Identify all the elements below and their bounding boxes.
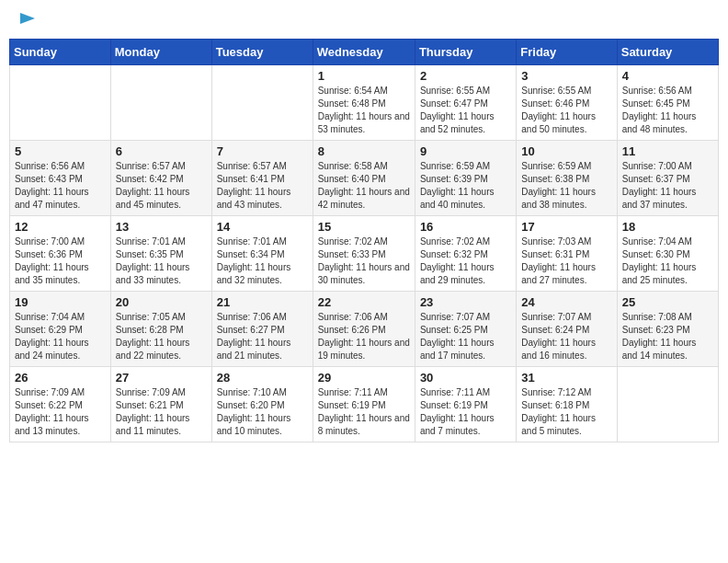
day-info: Sunrise: 7:09 AMSunset: 6:22 PMDaylight:… (15, 386, 106, 438)
header-friday: Friday (517, 40, 617, 65)
table-row (10, 65, 111, 141)
logo (17, 13, 35, 28)
day-number: 28 (217, 371, 308, 385)
calendar-header-row: Sunday Monday Tuesday Wednesday Thursday… (10, 40, 719, 65)
header-wednesday: Wednesday (313, 40, 415, 65)
day-number: 10 (521, 144, 611, 158)
header-monday: Monday (110, 40, 211, 65)
day-number: 16 (420, 220, 511, 234)
day-number: 19 (15, 295, 106, 309)
table-row: 23Sunrise: 7:07 AMSunset: 6:25 PMDayligh… (415, 292, 516, 367)
day-number: 31 (521, 371, 611, 385)
table-row: 11Sunrise: 7:00 AMSunset: 6:37 PMDayligh… (617, 141, 718, 216)
svg-marker-0 (20, 13, 35, 24)
day-number: 1 (318, 69, 410, 83)
table-row: 9Sunrise: 6:59 AMSunset: 6:39 PMDaylight… (415, 141, 516, 216)
day-number: 30 (420, 371, 511, 385)
table-row (211, 65, 313, 141)
day-info: Sunrise: 7:11 AMSunset: 6:19 PMDaylight:… (318, 386, 410, 438)
day-number: 24 (521, 295, 611, 309)
table-row: 18Sunrise: 7:04 AMSunset: 6:30 PMDayligh… (617, 216, 718, 292)
calendar-week-row: 26Sunrise: 7:09 AMSunset: 6:22 PMDayligh… (10, 367, 719, 442)
day-info: Sunrise: 7:05 AMSunset: 6:28 PMDaylight:… (116, 311, 207, 362)
table-row: 1Sunrise: 6:54 AMSunset: 6:48 PMDaylight… (313, 65, 415, 141)
day-number: 17 (521, 220, 611, 234)
table-row: 19Sunrise: 7:04 AMSunset: 6:29 PMDayligh… (10, 292, 111, 367)
logo-flag-icon (18, 13, 35, 28)
day-number: 2 (420, 69, 511, 83)
calendar-week-row: 5Sunrise: 6:56 AMSunset: 6:43 PMDaylight… (10, 141, 719, 216)
day-number: 29 (318, 371, 410, 385)
day-info: Sunrise: 7:04 AMSunset: 6:30 PMDaylight:… (622, 236, 713, 287)
day-number: 27 (116, 371, 207, 385)
table-row: 31Sunrise: 7:12 AMSunset: 6:18 PMDayligh… (517, 367, 617, 442)
table-row: 16Sunrise: 7:02 AMSunset: 6:32 PMDayligh… (415, 216, 516, 292)
day-info: Sunrise: 7:08 AMSunset: 6:23 PMDaylight:… (622, 311, 713, 362)
day-info: Sunrise: 6:55 AMSunset: 6:46 PMDaylight:… (521, 85, 611, 136)
table-row: 6Sunrise: 6:57 AMSunset: 6:42 PMDaylight… (110, 141, 211, 216)
day-number: 3 (521, 69, 611, 83)
table-row: 7Sunrise: 6:57 AMSunset: 6:41 PMDaylight… (211, 141, 313, 216)
table-row: 12Sunrise: 7:00 AMSunset: 6:36 PMDayligh… (10, 216, 111, 292)
table-row: 25Sunrise: 7:08 AMSunset: 6:23 PMDayligh… (617, 292, 718, 367)
day-info: Sunrise: 6:56 AMSunset: 6:43 PMDaylight:… (15, 160, 106, 212)
day-info: Sunrise: 6:57 AMSunset: 6:41 PMDaylight:… (217, 160, 308, 212)
day-info: Sunrise: 7:03 AMSunset: 6:31 PMDaylight:… (521, 236, 611, 287)
table-row: 26Sunrise: 7:09 AMSunset: 6:22 PMDayligh… (10, 367, 111, 442)
table-row: 14Sunrise: 7:01 AMSunset: 6:34 PMDayligh… (211, 216, 313, 292)
day-info: Sunrise: 7:02 AMSunset: 6:32 PMDaylight:… (420, 236, 511, 287)
table-row: 20Sunrise: 7:05 AMSunset: 6:28 PMDayligh… (110, 292, 211, 367)
day-info: Sunrise: 7:00 AMSunset: 6:36 PMDaylight:… (15, 236, 106, 287)
table-row (110, 65, 211, 141)
day-info: Sunrise: 7:11 AMSunset: 6:19 PMDaylight:… (420, 386, 511, 438)
day-info: Sunrise: 7:00 AMSunset: 6:37 PMDaylight:… (622, 160, 713, 212)
day-number: 5 (15, 144, 106, 158)
table-row: 27Sunrise: 7:09 AMSunset: 6:21 PMDayligh… (110, 367, 211, 442)
day-info: Sunrise: 6:59 AMSunset: 6:39 PMDaylight:… (420, 160, 511, 212)
day-number: 9 (420, 144, 511, 158)
header-thursday: Thursday (415, 40, 516, 65)
day-info: Sunrise: 7:06 AMSunset: 6:26 PMDaylight:… (318, 311, 410, 362)
day-info: Sunrise: 7:02 AMSunset: 6:33 PMDaylight:… (318, 236, 410, 287)
day-number: 7 (217, 144, 308, 158)
day-number: 22 (318, 295, 410, 309)
calendar-week-row: 1Sunrise: 6:54 AMSunset: 6:48 PMDaylight… (10, 65, 719, 141)
day-info: Sunrise: 6:55 AMSunset: 6:47 PMDaylight:… (420, 85, 511, 136)
table-row: 3Sunrise: 6:55 AMSunset: 6:46 PMDaylight… (517, 65, 617, 141)
day-info: Sunrise: 7:01 AMSunset: 6:35 PMDaylight:… (116, 236, 207, 287)
calendar-week-row: 19Sunrise: 7:04 AMSunset: 6:29 PMDayligh… (10, 292, 719, 367)
table-row: 13Sunrise: 7:01 AMSunset: 6:35 PMDayligh… (110, 216, 211, 292)
day-info: Sunrise: 6:57 AMSunset: 6:42 PMDaylight:… (116, 160, 207, 212)
day-info: Sunrise: 6:59 AMSunset: 6:38 PMDaylight:… (521, 160, 611, 212)
day-info: Sunrise: 7:10 AMSunset: 6:20 PMDaylight:… (217, 386, 308, 438)
calendar-table: Sunday Monday Tuesday Wednesday Thursday… (9, 39, 719, 442)
day-number: 6 (116, 144, 207, 158)
table-row: 15Sunrise: 7:02 AMSunset: 6:33 PMDayligh… (313, 216, 415, 292)
day-info: Sunrise: 7:12 AMSunset: 6:18 PMDaylight:… (521, 386, 611, 438)
day-number: 23 (420, 295, 511, 309)
day-info: Sunrise: 7:06 AMSunset: 6:27 PMDaylight:… (217, 311, 308, 362)
day-info: Sunrise: 7:07 AMSunset: 6:25 PMDaylight:… (420, 311, 511, 362)
day-number: 18 (622, 220, 713, 234)
table-row: 8Sunrise: 6:58 AMSunset: 6:40 PMDaylight… (313, 141, 415, 216)
day-number: 26 (15, 371, 106, 385)
day-number: 15 (318, 220, 410, 234)
header-saturday: Saturday (617, 40, 718, 65)
day-number: 11 (622, 144, 713, 158)
page-header (9, 9, 719, 31)
day-info: Sunrise: 6:58 AMSunset: 6:40 PMDaylight:… (318, 160, 410, 212)
day-number: 25 (622, 295, 713, 309)
day-info: Sunrise: 7:07 AMSunset: 6:24 PMDaylight:… (521, 311, 611, 362)
day-info: Sunrise: 7:04 AMSunset: 6:29 PMDaylight:… (15, 311, 106, 362)
day-number: 14 (217, 220, 308, 234)
day-number: 12 (15, 220, 106, 234)
header-sunday: Sunday (10, 40, 111, 65)
day-info: Sunrise: 7:09 AMSunset: 6:21 PMDaylight:… (116, 386, 207, 438)
day-info: Sunrise: 6:54 AMSunset: 6:48 PMDaylight:… (318, 85, 410, 136)
table-row: 4Sunrise: 6:56 AMSunset: 6:45 PMDaylight… (617, 65, 718, 141)
table-row: 2Sunrise: 6:55 AMSunset: 6:47 PMDaylight… (415, 65, 516, 141)
table-row: 30Sunrise: 7:11 AMSunset: 6:19 PMDayligh… (415, 367, 516, 442)
day-number: 13 (116, 220, 207, 234)
table-row: 21Sunrise: 7:06 AMSunset: 6:27 PMDayligh… (211, 292, 313, 367)
table-row: 17Sunrise: 7:03 AMSunset: 6:31 PMDayligh… (517, 216, 617, 292)
